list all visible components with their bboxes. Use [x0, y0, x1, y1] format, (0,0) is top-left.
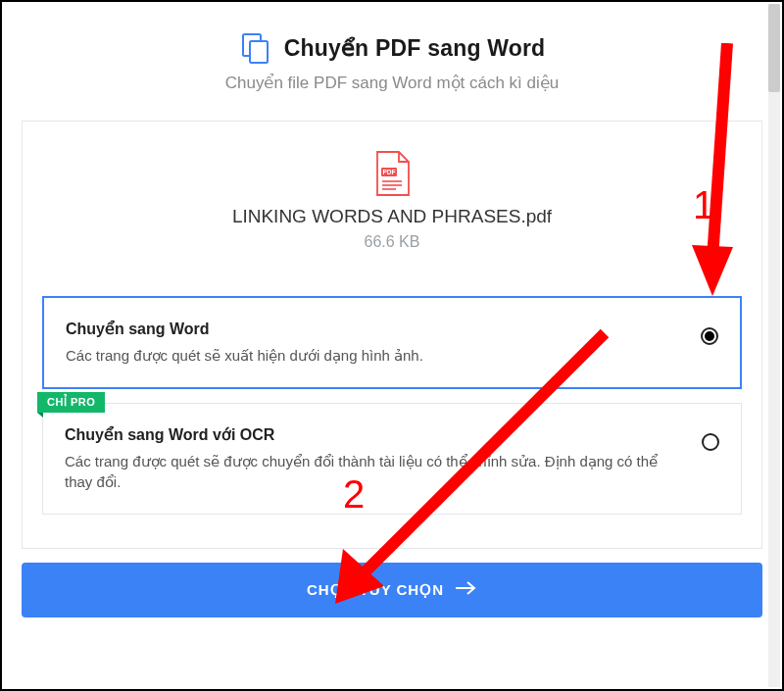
- primary-button-label: CHỌN TÙY CHỌN: [307, 581, 444, 599]
- conversion-options: Chuyển sang Word Các trang được quét sẽ …: [42, 296, 742, 515]
- file-name: LINKING WORDS AND PHRASES.pdf: [42, 206, 742, 227]
- page-subtitle: Chuyển file PDF sang Word một cách kì di…: [22, 73, 762, 93]
- pro-badge: CHỈ PRO: [37, 392, 105, 413]
- arrow-right-icon: [456, 581, 477, 598]
- app-frame: Chuyển PDF sang Word Chuyển file PDF san…: [0, 0, 784, 691]
- page-title: Chuyển PDF sang Word: [284, 35, 546, 62]
- option-convert-to-word[interactable]: Chuyển sang Word Các trang được quét sẽ …: [42, 296, 742, 389]
- file-size: 66.6 KB: [42, 233, 742, 251]
- scrollbar-thumb[interactable]: [768, 4, 780, 92]
- scrollbar-track: [768, 4, 780, 687]
- main-card: PDF LINKING WORDS AND PHRASES.pdf 66.6 K…: [22, 121, 762, 549]
- svg-text:PDF: PDF: [383, 169, 396, 175]
- option-desc: Các trang được quét sẽ xuất hiện dưới dạ…: [66, 346, 681, 366]
- radio-selected-icon[interactable]: [701, 327, 718, 345]
- option-title: Chuyển sang Word với OCR: [65, 425, 682, 444]
- option-title: Chuyển sang Word: [66, 320, 681, 338]
- option-convert-to-word-ocr[interactable]: CHỈ PRO Chuyển sang Word với OCR Các tra…: [42, 403, 742, 515]
- page-header: Chuyển PDF sang Word Chuyển file PDF san…: [2, 2, 782, 111]
- radio-unselected-icon[interactable]: [702, 433, 719, 451]
- choose-option-button[interactable]: CHỌN TÙY CHỌN: [22, 563, 762, 617]
- svg-rect-1: [250, 41, 268, 63]
- pdf-file-icon: PDF: [374, 151, 410, 196]
- copy-document-icon: [239, 31, 272, 65]
- option-desc: Các trang được quét sẽ được chuyển đổi t…: [65, 452, 682, 492]
- file-info: PDF LINKING WORDS AND PHRASES.pdf 66.6 K…: [42, 151, 742, 251]
